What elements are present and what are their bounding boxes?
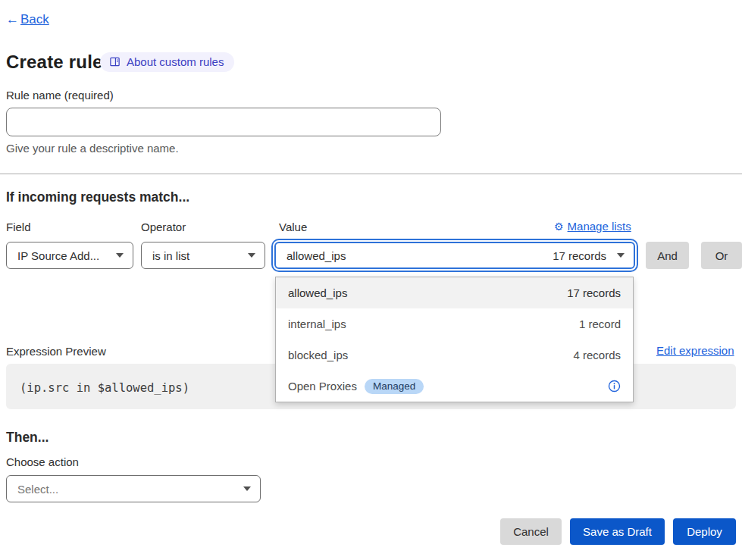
and-button[interactable]: And [646,242,689,269]
back-link[interactable]: ←Back [6,12,49,27]
list-item-allowed-ips[interactable]: allowed_ips 17 records [276,277,633,308]
chevron-down-icon [617,253,625,258]
value-select-records: 17 records [553,249,617,262]
rule-name-helper-text: Give your rule a descriptive name. [6,142,179,155]
value-select-selected: allowed_ips [286,249,346,262]
rule-name-label: Rule name (required) [6,89,114,102]
list-item-name: internal_ips [288,318,346,330]
chevron-down-icon [243,486,251,491]
list-item-internal-ips[interactable]: internal_ips 1 record [276,308,633,339]
back-arrow-icon: ← [6,12,19,27]
section-divider [0,174,742,174]
match-section-heading: If incoming requests match... [6,189,189,205]
edit-expression-link[interactable]: Edit expression [656,344,734,357]
back-label: Back [20,12,49,27]
list-item-name: Open Proxies [288,380,357,393]
action-select[interactable]: Select... [6,475,261,502]
list-item-records: 1 record [579,318,621,330]
manage-lists-label: Manage lists [568,220,631,233]
cancel-button[interactable]: Cancel [500,518,562,545]
operator-label: Operator [141,221,186,233]
value-dropdown-menu: allowed_ips 17 records internal_ips 1 re… [275,277,634,402]
list-item-name: blocked_ips [288,349,348,361]
about-custom-rules-link[interactable]: About custom rules [100,52,234,72]
value-label: Value [279,221,307,233]
page-title: Create rule [6,52,103,73]
info-icon[interactable] [608,380,621,393]
list-item-blocked-ips[interactable]: blocked_ips 4 records [276,339,633,371]
choose-action-label: Choose action [6,455,79,468]
list-item-name: allowed_ips [288,286,347,299]
action-select-placeholder: Select... [17,483,58,496]
field-label: Field [6,221,31,233]
chevron-down-icon [248,253,255,258]
edit-expression-label: Edit expression [656,344,734,357]
chevron-down-icon [116,253,124,258]
list-item-records: 17 records [567,286,621,299]
deploy-button[interactable]: Deploy [673,518,736,545]
field-select[interactable]: IP Source Add... [6,242,133,269]
operator-select[interactable]: is in list [141,242,265,269]
operator-select-value: is in list [152,249,189,262]
book-icon [109,56,121,67]
or-button[interactable]: Or [701,242,742,269]
about-custom-rules-label: About custom rules [127,55,224,68]
value-select[interactable]: allowed_ips 17 records [274,242,635,269]
expression-preview-label: Expression Preview [6,345,106,358]
field-select-value: IP Source Add... [17,249,99,262]
managed-badge: Managed [365,379,424,394]
expression-code: (ip.src in $allowed_ips) [20,381,189,395]
save-as-draft-button[interactable]: Save as Draft [570,518,665,545]
rule-name-input[interactable] [6,108,441,136]
list-item-open-proxies[interactable]: Open Proxies Managed [276,371,633,402]
gear-icon: ⚙ [554,221,564,232]
manage-lists-link[interactable]: ⚙ Manage lists [554,220,634,233]
then-section-heading: Then... [6,430,49,446]
list-item-records: 4 records [573,349,621,361]
